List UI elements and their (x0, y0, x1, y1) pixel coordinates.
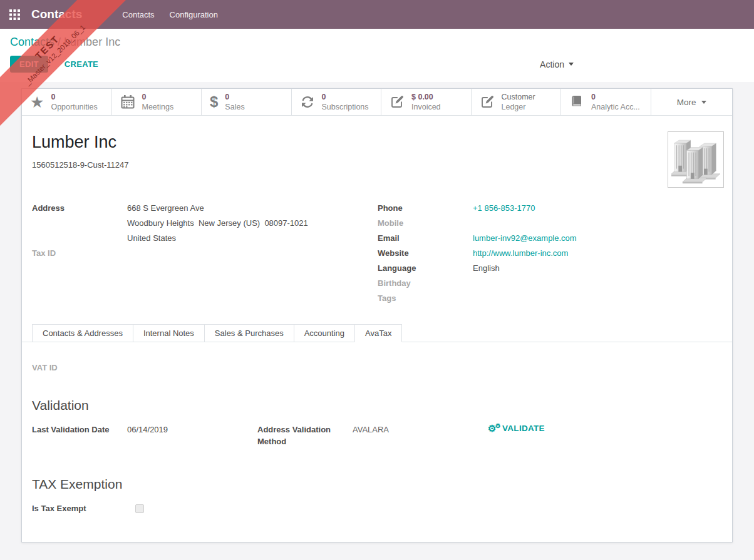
more-dropdown[interactable]: More (651, 89, 733, 115)
tab-avatax[interactable]: AvaTax (354, 324, 402, 342)
tab-contacts-addresses[interactable]: Contacts & Addresses (32, 324, 133, 342)
left-column: Address 668 S Evergreen Ave Woodbury Hei… (32, 201, 378, 306)
stat-button-subscriptions[interactable]: 0 Subscriptions (292, 89, 382, 115)
stat-label: Analytic Acc... (591, 102, 640, 112)
validate-button-label: VALIDATE (502, 424, 545, 433)
stat-label: Opportunities (51, 102, 97, 112)
breadcrumb-separator: / (58, 36, 61, 48)
email-link[interactable]: lumber-inv92@example.com (473, 231, 577, 246)
address-line1: 668 S Evergreen Ave (127, 201, 204, 216)
is-tax-exempt-checkbox[interactable] (135, 504, 144, 513)
apps-grid-icon-svg (9, 9, 20, 20)
stat-value: $ 0.00 (411, 92, 441, 102)
tab-sales-purchases[interactable]: Sales & Purchases (204, 324, 294, 342)
stat-button-row: ★ 0 Opportunities (22, 89, 732, 116)
content-background: ★ 0 Opportunities (0, 82, 754, 560)
stat-button-analytic-accounts[interactable]: 0 Analytic Acc... (561, 89, 651, 115)
stat-label: Sales (225, 102, 244, 112)
address-line2: Woodbury Heights New Jersey (US) 08097-1… (127, 216, 308, 231)
gears-icon-small: ⚙ (495, 423, 501, 429)
field-vat-id: VAT ID (32, 360, 722, 375)
stat-value: 0 (322, 92, 369, 102)
stat-value: 0 (142, 92, 174, 102)
address-label: Address (32, 201, 127, 216)
address-validation-method-label: Address Validation Method (257, 422, 334, 447)
tags-label: Tags (378, 291, 473, 306)
create-button[interactable]: CREATE (56, 56, 107, 73)
caret-down-icon (569, 63, 574, 66)
more-dropdown-label: More (677, 98, 696, 107)
address-validation-method-value: AVALARA (353, 422, 488, 435)
stat-value: Customer (502, 92, 535, 102)
stat-label: Meetings (142, 102, 174, 112)
stat-button-opportunities[interactable]: ★ 0 Opportunities (22, 89, 112, 115)
company-avatar (668, 131, 724, 188)
last-validation-date-label: Last Validation Date (32, 422, 127, 435)
dollar-icon: $ (210, 94, 218, 109)
company-buildings-image (671, 135, 720, 184)
mobile-label: Mobile (378, 216, 473, 231)
stat-label: Subscriptions (322, 102, 369, 112)
phone-link[interactable]: +1 856-853-1770 (473, 201, 535, 216)
action-dropdown-label: Action (540, 59, 564, 69)
menu-configuration[interactable]: Configuration (162, 6, 225, 23)
stat-button-sales[interactable]: $ 0 Sales (202, 89, 292, 115)
birthday-label: Birthday (378, 276, 473, 291)
contact-field-group: Address 668 S Evergreen Ave Woodbury Hei… (22, 201, 732, 306)
refresh-icon (300, 94, 315, 109)
stat-value: 0 (51, 92, 97, 102)
website-link[interactable]: http://www.lumber-inc.com (473, 246, 568, 261)
button-row: EDIT CREATE Action (10, 56, 744, 73)
field-birthday: Birthday (378, 276, 722, 291)
field-address-line3: United States (32, 231, 378, 246)
address-line3: United States (127, 231, 176, 246)
tax-id-label: Tax ID (32, 246, 127, 261)
last-validation-date-value: 06/14/2019 (127, 422, 257, 435)
field-mobile: Mobile (378, 216, 722, 231)
apps-grid-icon[interactable] (9, 9, 20, 20)
validation-section-heading: Validation (32, 398, 722, 413)
vat-id-label: VAT ID (32, 360, 127, 375)
field-website: Website http://www.lumber-inc.com (378, 246, 722, 261)
edit-button[interactable]: EDIT (10, 56, 48, 73)
app-name[interactable]: Contacts (31, 8, 82, 21)
stat-label: Ledger (502, 102, 535, 112)
avatax-tab-content: VAT ID Validation Last Validation Date 0… (22, 360, 732, 516)
caret-down-icon (701, 101, 706, 104)
website-label: Website (378, 246, 473, 261)
is-tax-exempt-row: Is Tax Exempt (32, 501, 722, 516)
stat-button-customer-ledger[interactable]: Customer Ledger (472, 89, 562, 115)
control-panel: Contacts / Lumber Inc EDIT CREATE Action (0, 29, 754, 82)
language-label: Language (378, 261, 473, 276)
title-area: Lumber Inc 1560512518-9-Cust-11247 (22, 116, 732, 170)
record-reference: 1560512518-9-Cust-11247 (32, 160, 722, 170)
validation-row: Last Validation Date 06/14/2019 Address … (32, 422, 722, 447)
edit-square-icon (390, 94, 405, 109)
phone-label: Phone (378, 201, 473, 216)
calendar-icon (120, 94, 135, 109)
right-column: Phone +1 856-853-1770 Mobile Email lumbe… (378, 201, 722, 306)
stat-label: Invoiced (411, 102, 441, 112)
edit-square-icon (480, 94, 495, 109)
email-label: Email (378, 231, 473, 246)
is-tax-exempt-label: Is Tax Exempt (32, 501, 135, 516)
action-dropdown[interactable]: Action (536, 59, 577, 70)
field-address: Address 668 S Evergreen Ave (32, 201, 378, 216)
breadcrumb: Contacts / Lumber Inc (10, 36, 744, 49)
menu-contacts[interactable]: Contacts (115, 6, 162, 23)
validate-button[interactable]: ⚙⚙VALIDATE (488, 422, 545, 433)
tax-exemption-section-heading: TAX Exemption (32, 477, 722, 492)
book-icon (569, 94, 584, 109)
stat-button-invoiced[interactable]: $ 0.00 Invoiced (381, 89, 472, 115)
stat-button-meetings[interactable]: 0 Meetings (112, 89, 202, 115)
breadcrumb-current: Lumber Inc (64, 36, 120, 48)
field-address-line2: Woodbury Heights New Jersey (US) 08097-1… (32, 216, 378, 231)
field-phone: Phone +1 856-853-1770 (378, 201, 722, 216)
breadcrumb-parent[interactable]: Contacts (10, 36, 54, 48)
tab-accounting[interactable]: Accounting (294, 324, 355, 342)
field-email: Email lumber-inv92@example.com (378, 231, 722, 246)
record-title: Lumber Inc (32, 133, 722, 152)
tab-internal-notes[interactable]: Internal Notes (133, 324, 205, 342)
field-tags: Tags (378, 291, 722, 306)
star-icon: ★ (30, 94, 44, 110)
